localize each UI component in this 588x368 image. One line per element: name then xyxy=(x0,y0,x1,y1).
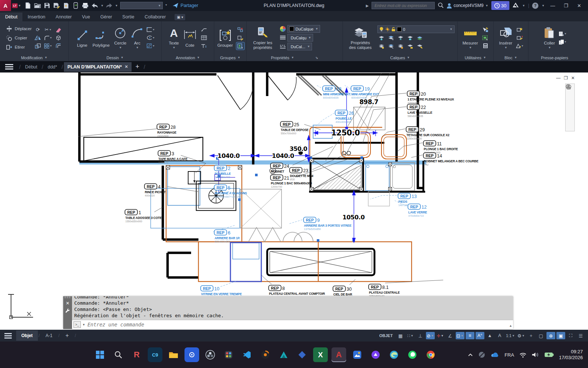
annotation-visibility-toggle[interactable]: A° xyxy=(476,332,484,339)
rotate-icon[interactable]: ⟳ xyxy=(34,26,42,33)
panel-cap-modification[interactable]: Modification▼ xyxy=(0,54,68,61)
layer-dropdown[interactable]: 0▼ xyxy=(377,25,455,33)
panel-cap-proprietes[interactable]: Propriétés▼⇘ xyxy=(247,54,343,61)
select-similar-icon[interactable] xyxy=(481,34,490,42)
undo-caret[interactable]: ▼ xyxy=(101,4,104,7)
customization-menu-button[interactable]: ☰ xyxy=(576,332,585,339)
linetype-dropdown[interactable]: DuCal...▼ xyxy=(287,43,312,50)
panel-cap-dessin[interactable]: Dessin▼ xyxy=(69,54,161,61)
stretch-button[interactable]: Etirer xyxy=(6,43,32,51)
help-icon[interactable]: ? xyxy=(532,3,538,9)
snap-toggle[interactable]: ∷▼ xyxy=(406,332,415,339)
ungroup-icon[interactable] xyxy=(236,26,244,33)
quick-calc-icon[interactable] xyxy=(481,42,490,50)
print-icon[interactable] xyxy=(81,1,89,10)
panel-cap-calques[interactable]: Calques▼ xyxy=(343,54,457,61)
text-style-icon[interactable] xyxy=(200,42,208,50)
lineweight-toggle[interactable]: ≡ xyxy=(466,332,474,339)
tab-annoter[interactable]: Annoter xyxy=(50,13,77,21)
panel-cap-annotation[interactable]: Annotation▼ xyxy=(162,54,214,61)
app-blue-diamond-icon[interactable] xyxy=(295,347,309,362)
qat-customize-icon[interactable]: ⯆ xyxy=(165,4,167,7)
tab-debut[interactable]: Début xyxy=(0,13,22,21)
cut-icon[interactable]: ▼ xyxy=(559,30,567,38)
annotation-toggle[interactable]: A xyxy=(495,332,504,339)
group-edit-icon[interactable] xyxy=(236,34,244,42)
arc-button[interactable]: Arc▼ xyxy=(130,26,144,49)
layer-on-all-icon[interactable] xyxy=(377,43,386,50)
trial-days-badge[interactable]: 30 xyxy=(491,1,509,10)
grid-toggle[interactable]: ▦ xyxy=(396,332,405,339)
command-settings-wrench-icon[interactable] xyxy=(65,308,70,313)
start-button[interactable] xyxy=(93,347,107,362)
filetab-debut[interactable]: Début xyxy=(21,62,41,72)
wifi-icon[interactable] xyxy=(519,352,527,358)
layer-unlock-all-icon[interactable] xyxy=(397,43,405,50)
app-r-icon[interactable]: R xyxy=(129,347,144,362)
rectangle-tool-icon[interactable]: ▼ xyxy=(147,26,155,33)
onedrive-cloud-icon[interactable] xyxy=(491,352,499,358)
battery-icon[interactable] xyxy=(544,352,554,357)
workspace-gear-button[interactable]: ⚙▼ xyxy=(517,332,526,339)
copy-clip-icon[interactable]: ▼ xyxy=(559,38,567,46)
filetab-plan-implantation[interactable]: PLAN D'IMPLANTAITON*✕ xyxy=(64,62,132,72)
app-c9-icon[interactable]: C9 xyxy=(148,347,162,362)
autoscale-toggle[interactable]: ▲ xyxy=(485,332,494,339)
text-button[interactable]: ATexte▼ xyxy=(168,26,180,49)
account-button[interactable]: concept4VSM9 ▼ xyxy=(447,3,488,8)
drawing-restore-icon[interactable]: ❐ xyxy=(564,75,568,81)
close-button[interactable]: ✕ xyxy=(574,3,584,8)
annotation-scale-button[interactable]: 1:1▼ xyxy=(505,332,516,339)
app-purple-icon[interactable] xyxy=(368,347,383,362)
chrome-icon[interactable] xyxy=(423,347,438,362)
restore-button[interactable]: ❐ xyxy=(561,3,571,8)
model-tab[interactable]: Objet xyxy=(16,330,38,341)
match-properties-button[interactable]: Copier les propriétés xyxy=(248,26,277,50)
edge-icon[interactable] xyxy=(387,347,401,362)
autodesk-logo-icon[interactable] xyxy=(512,2,519,9)
command-input[interactable] xyxy=(87,321,512,328)
layer-properties-button[interactable]: Propriétés des calques xyxy=(346,26,375,50)
photos-icon[interactable] xyxy=(350,347,365,362)
command-grip[interactable]: ⠿⠿⠿ ✕ xyxy=(63,296,72,329)
edit-block-icon[interactable] xyxy=(516,34,524,42)
obs-icon[interactable] xyxy=(203,347,218,362)
layer-make-current-icon[interactable] xyxy=(416,34,424,42)
drawing-canvas[interactable]: 898.71250.0350.01040.01040.01050.0 REP18… xyxy=(0,72,588,330)
open-folder-icon[interactable] xyxy=(33,1,42,10)
layer-freeze-icon[interactable] xyxy=(397,34,405,42)
table-icon[interactable] xyxy=(200,34,208,42)
tab-vue[interactable]: Vue xyxy=(77,13,95,21)
app-teal-icon[interactable] xyxy=(276,347,291,362)
insert-button[interactable]: Insérer▼ xyxy=(498,26,513,49)
redo-icon[interactable] xyxy=(105,1,113,10)
undo-icon[interactable] xyxy=(91,1,99,10)
file-menu-burger-icon[interactable] xyxy=(5,64,13,70)
explode-icon[interactable] xyxy=(54,34,62,42)
dimension-button[interactable]: Cote xyxy=(182,28,198,47)
search-icon[interactable] xyxy=(438,2,444,9)
layer-isolate-icon[interactable] xyxy=(387,34,395,42)
tray-chevron-icon[interactable] xyxy=(468,353,473,357)
search-box[interactable] xyxy=(372,2,435,9)
new-file-icon[interactable] xyxy=(24,1,32,10)
fillet-icon[interactable]: ▼ xyxy=(44,34,52,42)
line-button[interactable]: Ligne xyxy=(75,28,89,47)
mirror-icon[interactable] xyxy=(34,34,42,42)
polar-tracking-toggle[interactable]: ✛▼ xyxy=(436,332,445,339)
move-button[interactable]: Déplacer xyxy=(6,25,32,33)
layout-menu-burger-icon[interactable] xyxy=(4,333,12,339)
drawing-close-icon[interactable]: ✕ xyxy=(571,75,575,81)
command-scroll-up-icon[interactable]: ▲ xyxy=(509,324,512,328)
snip-tool-icon[interactable] xyxy=(221,347,236,362)
quick-select-icon[interactable] xyxy=(481,26,490,33)
minimize-button[interactable]: — xyxy=(548,3,558,8)
erase-icon[interactable] xyxy=(54,26,62,33)
scale-icon[interactable] xyxy=(34,42,42,50)
app-video-icon[interactable] xyxy=(184,347,199,362)
save-icon[interactable] xyxy=(43,1,51,10)
tab-insertion[interactable]: Insertion xyxy=(22,13,50,21)
leader-icon[interactable] xyxy=(200,26,208,33)
search-input[interactable] xyxy=(374,3,433,8)
tab-sortie[interactable]: Sortie xyxy=(117,13,140,21)
